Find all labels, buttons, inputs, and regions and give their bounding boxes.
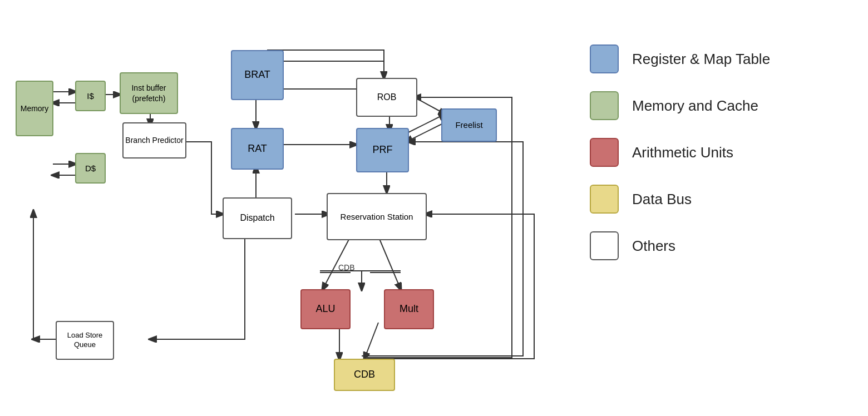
cdb-label: CDB [338,263,355,272]
alu-node: ALU [300,289,351,329]
reservation-station-node: Reservation Station [327,193,427,240]
legend-item-memory: Memory and Cache [590,91,846,120]
memory-node: Memory [16,81,53,136]
cdb-node: CDB [334,359,395,391]
brat-node: BRAT [231,50,284,100]
mult-node: Mult [384,289,434,329]
legend-label-databus: Data Bus [632,191,692,208]
prf-node: PRF [356,128,409,172]
legend-item-arithmetic: Arithmetic Units [590,138,846,167]
legend-item-databus: Data Bus [590,185,846,214]
freelist-node: Freelist [441,108,497,142]
rob-node: ROB [356,78,417,117]
legend-box-arithmetic [590,138,619,167]
icache-node: I$ [75,81,106,111]
svg-line-14 [415,97,445,114]
svg-line-16 [378,236,401,289]
legend-area: Register & Map Table Memory and Cache Ar… [590,44,846,278]
dcache-node: D$ [75,153,106,184]
legend-box-databus [590,185,619,214]
legend-label-others: Others [632,237,675,255]
legend-box-others [590,231,619,260]
legend-label-arithmetic: Arithmetic Units [632,144,733,161]
load-store-queue-node: Load Store Queue [56,321,114,360]
legend-box-memory [590,91,619,120]
svg-line-13 [406,122,445,142]
branch-predictor-node: Branch Predictor [122,122,186,159]
legend-box-register [590,44,619,73]
legend-label-register: Register & Map Table [632,51,770,68]
legend-label-memory: Memory and Cache [632,97,758,115]
inst-buffer-node: Inst buffer (prefetch) [120,72,178,114]
legend-item-register: Register & Map Table [590,44,846,73]
dispatch-node: Dispatch [223,197,292,239]
rat-node: RAT [231,128,284,170]
legend-item-others: Others [590,231,846,260]
svg-line-20 [364,323,378,359]
